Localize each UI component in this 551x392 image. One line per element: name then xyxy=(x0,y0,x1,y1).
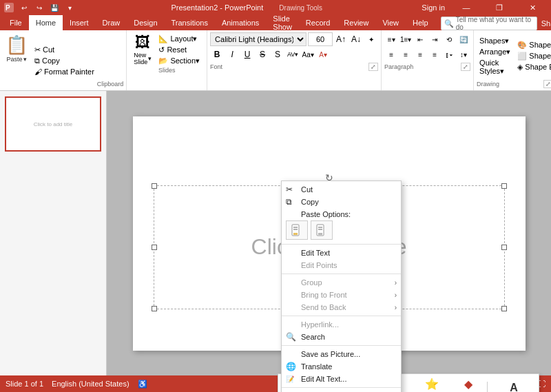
context-edit-alt[interactable]: 📝 Edit Alt Text... xyxy=(282,373,401,385)
text-direction[interactable]: ⟲ xyxy=(442,32,456,46)
section-button[interactable]: 📂 Section▾ xyxy=(156,56,202,66)
cut-button[interactable]: ✂ Cut xyxy=(32,45,97,55)
context-edit-text[interactable]: Edit Text xyxy=(282,247,401,259)
character-spacing-button[interactable]: AV▾ xyxy=(286,48,300,61)
line-spacing[interactable]: ↕▾ xyxy=(457,48,470,61)
minimize-button[interactable]: — xyxy=(450,0,482,15)
copy-button[interactable]: ⧉ Copy xyxy=(32,56,97,66)
shape-outline-button[interactable]: ⬜ Shape Outline▾ xyxy=(514,51,551,61)
paragraph-dialog-button[interactable]: ⤢ xyxy=(461,63,470,71)
font-group: Calibri Light (Headings) A↑ A↓ ✦ B I U S… xyxy=(207,30,382,90)
undo-button[interactable]: ↩ xyxy=(18,1,30,14)
search-box[interactable]: 🔍 Tell me what you want to do xyxy=(441,17,537,30)
tab-animations[interactable]: Animations xyxy=(215,15,266,30)
paste-button[interactable]: 📋 Paste▾ xyxy=(3,33,30,87)
tab-draw[interactable]: Draw xyxy=(96,15,127,30)
increase-indent[interactable]: ⇥ xyxy=(428,32,441,46)
handle-tr[interactable] xyxy=(501,183,507,189)
font-size-decrease[interactable]: A↓ xyxy=(349,32,363,46)
slide-thumbnail[interactable]: Click to add title xyxy=(5,96,101,152)
tab-file[interactable]: File xyxy=(3,15,29,30)
change-case-button[interactable]: Aa▾ xyxy=(301,48,315,61)
accessibility-status: ♿ xyxy=(138,380,147,389)
mini-animation-button[interactable]: ⭐ AnimationStyles xyxy=(413,376,449,392)
bullets-button[interactable]: ≡▾ xyxy=(384,32,398,46)
font-size-increase[interactable]: A↑ xyxy=(334,32,348,46)
font-color-button[interactable]: A▾ xyxy=(316,48,330,61)
tab-help[interactable]: Help xyxy=(406,15,435,30)
shadow-button[interactable]: S xyxy=(271,48,284,61)
handle-mr[interactable] xyxy=(501,245,507,250)
slides-panel: 1 Click to add title xyxy=(0,91,107,375)
underline-button[interactable]: U xyxy=(240,48,254,61)
decrease-indent[interactable]: ⇤ xyxy=(413,32,427,46)
tab-record[interactable]: Record xyxy=(299,15,337,30)
context-search[interactable]: 🔍 Search xyxy=(282,331,401,343)
sign-in-button[interactable]: Sign in xyxy=(417,0,449,15)
format-painter-button[interactable]: 🖌 Format Painter xyxy=(32,67,97,76)
ctx-sep-3 xyxy=(282,316,401,316)
slide-item-1[interactable]: 1 Click to add title xyxy=(3,96,103,152)
new-slide-button[interactable]: 🖼 New Slide▾ xyxy=(131,32,154,67)
handle-bl[interactable] xyxy=(152,306,157,311)
context-paste-label: Paste Options: xyxy=(282,208,401,218)
shape-fill-button[interactable]: 🎨 Shape Fill▾ xyxy=(514,40,551,50)
tab-home[interactable]: Home xyxy=(29,15,63,30)
tab-review[interactable]: Review xyxy=(337,15,375,30)
tab-design[interactable]: Design xyxy=(127,15,164,30)
slides-group: 🖼 New Slide▾ 📐 Layout▾ ↺ Reset 📂 Section… xyxy=(127,30,207,90)
handle-br[interactable] xyxy=(501,306,507,311)
arrange-button[interactable]: Arrange▾ xyxy=(477,47,513,57)
drawing-dialog-button[interactable]: ⤢ xyxy=(543,80,551,88)
justify[interactable]: ≡ xyxy=(428,48,441,61)
mini-font-color-button[interactable]: A Font Color▾ xyxy=(493,380,534,392)
tab-view[interactable]: View xyxy=(375,15,406,30)
save-button[interactable]: 💾 xyxy=(48,1,61,14)
numbering-button[interactable]: 1≡▾ xyxy=(399,32,413,46)
cut-icon: ✂ xyxy=(286,185,293,194)
font-size-input[interactable] xyxy=(308,32,333,46)
context-group: Group › xyxy=(282,276,401,289)
shape-effects-button[interactable]: ◈ Shape Effects▾ xyxy=(514,62,551,72)
tab-transitions[interactable]: Transitions xyxy=(165,15,215,30)
share-button[interactable]: Share xyxy=(541,19,551,28)
convert-smartart[interactable]: 🔄 xyxy=(457,32,470,46)
tab-slideshow[interactable]: Slide Show xyxy=(266,15,299,30)
restore-button[interactable]: ❐ xyxy=(484,0,515,15)
align-left[interactable]: ≡ xyxy=(384,48,398,61)
alt-icon: 📝 xyxy=(286,375,294,383)
send-back-arrow: › xyxy=(395,304,397,311)
clear-format-button[interactable]: ✦ xyxy=(364,32,378,46)
context-save-picture[interactable]: Save as Picture... xyxy=(282,348,401,360)
tab-insert[interactable]: Insert xyxy=(63,15,96,30)
quick-styles-button[interactable]: QuickStyles▾ xyxy=(477,58,513,76)
bold-button[interactable]: B xyxy=(210,48,224,61)
strikethrough-button[interactable]: S xyxy=(256,48,269,61)
powerpoint-icon[interactable]: P xyxy=(3,1,15,14)
context-translate[interactable]: 🌐 Translate xyxy=(282,360,401,373)
layout-button[interactable]: 📐 Layout▾ xyxy=(156,34,202,44)
handle-ml[interactable] xyxy=(152,245,157,250)
context-cut[interactable]: ✂ Cut xyxy=(282,183,401,196)
clipboard-group: 📋 Paste▾ ✂ Cut ⧉ Copy 🖌 Format Painter C… xyxy=(0,30,127,90)
paste-option-2[interactable] xyxy=(311,220,333,240)
svg-rect-3 xyxy=(293,233,298,235)
paste-option-1[interactable] xyxy=(286,220,308,240)
mini-shape-effects-button[interactable]: ◆ ShapeEffects xyxy=(455,376,481,392)
italic-button[interactable]: I xyxy=(225,48,239,61)
context-copy[interactable]: ⧉ Copy xyxy=(282,196,401,208)
main-area: 1 Click to add title ↻ xyxy=(0,91,551,375)
close-button[interactable]: ✕ xyxy=(517,0,548,15)
drawing-group-label: Drawing xyxy=(477,81,499,87)
handle-tl[interactable] xyxy=(152,183,157,189)
customize-quick-access[interactable]: ▾ xyxy=(63,1,76,14)
redo-button[interactable]: ↪ xyxy=(33,1,45,14)
reset-button[interactable]: ↺ Reset xyxy=(156,45,202,55)
font-name-select[interactable]: Calibri Light (Headings) xyxy=(210,32,306,46)
font-dialog-button[interactable]: ⤢ xyxy=(368,63,378,71)
columns[interactable]: ⫿▾ xyxy=(442,48,456,61)
shapes-button[interactable]: Shapes▾ xyxy=(477,36,513,46)
search-icon: 🔍 xyxy=(286,332,296,342)
align-center[interactable]: ≡ xyxy=(399,48,413,61)
align-right[interactable]: ≡ xyxy=(413,48,427,61)
